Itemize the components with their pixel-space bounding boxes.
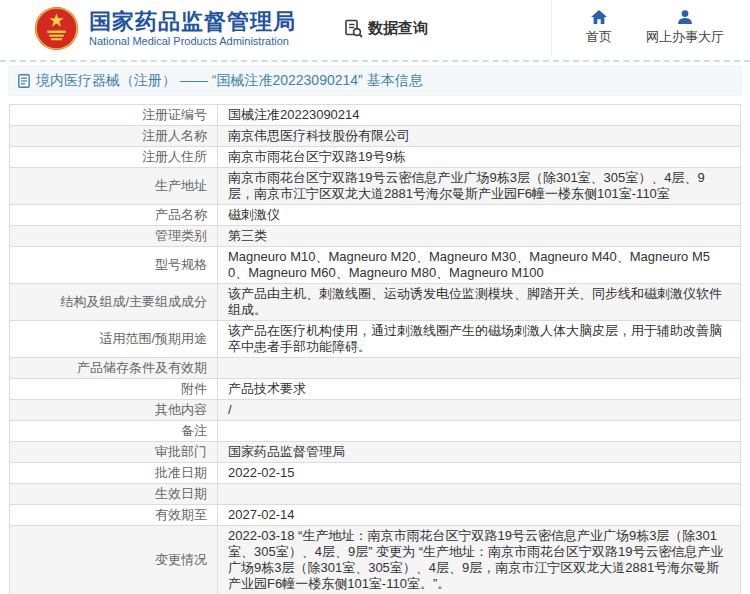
- row-value: 南京市雨花台区宁双路19号9栋: [218, 147, 741, 168]
- row-label: 注册人名称: [10, 126, 218, 147]
- row-label: 适用范围/预期用途: [10, 321, 218, 358]
- row-value: 2022-02-15: [218, 463, 741, 484]
- row-label-text: 附件: [181, 381, 207, 396]
- row-label-text: 注册人名称: [142, 128, 207, 143]
- row-label-text: 备注: [181, 423, 207, 438]
- home-icon: [591, 10, 607, 24]
- row-label-text: 变更情况: [155, 552, 207, 567]
- data-query-label: 数据查询: [368, 19, 428, 38]
- document-search-icon: [344, 19, 363, 38]
- row-label: 产品储存条件及有效期: [10, 358, 218, 379]
- table-row: 备注: [10, 421, 741, 442]
- page-title-bar: 境内医疗器械（注册） —— “国械注准20223090214” 基本信息: [8, 66, 742, 96]
- row-label: 结构及组成/主要组成成分: [10, 284, 218, 321]
- table-row: 生效日期: [10, 484, 741, 505]
- row-value: 磁刺激仪: [218, 205, 741, 226]
- page-header: 国家药品监督管理局 National Medical Products Admi…: [0, 0, 750, 56]
- row-label: 生产地址: [10, 168, 218, 205]
- table-row: 产品储存条件及有效期: [10, 358, 741, 379]
- row-label: 批准日期: [10, 463, 218, 484]
- top-right-nav: 首页 网上办事大厅: [551, 0, 750, 56]
- row-label: 型号规格: [10, 247, 218, 284]
- row-label-text: 管理类别: [155, 228, 207, 243]
- row-value: 2027-02-14: [218, 505, 741, 526]
- row-value: 该产品在医疗机构使用，通过刺激线圈产生的磁场刺激人体大脑皮层，用于辅助改善脑卒中…: [218, 321, 741, 358]
- table-row: 结构及组成/主要组成成分该产品由主机、刺激线圈、运动诱发电位监测模块、脚踏开关、…: [10, 284, 741, 321]
- row-label-text: 生效日期: [155, 486, 207, 501]
- table-row: 生产地址南京市雨花台区宁双路19号云密信息产业广场9栋3层（除301室、305室…: [10, 168, 741, 205]
- row-label-text: 产品名称: [155, 207, 207, 222]
- row-value: 该产品由主机、刺激线圈、运动诱发电位监测模块、脚踏开关、同步线和磁刺激仪软件组成…: [218, 284, 741, 321]
- table-row: 批准日期2022-02-15: [10, 463, 741, 484]
- nav-label-home: 首页: [586, 28, 612, 46]
- row-label: 附件: [10, 379, 218, 400]
- row-value: 产品技术要求: [218, 379, 741, 400]
- national-emblem-logo: [34, 6, 79, 51]
- data-query-menu[interactable]: 数据查询: [344, 19, 428, 38]
- nav-item-service-hall[interactable]: 网上办事大厅: [646, 10, 724, 46]
- row-label: 变更情况: [10, 526, 218, 594]
- brand-subtitle: National Medical Products Administration: [89, 35, 296, 48]
- table-row: 有效期至2027-02-14: [10, 505, 741, 526]
- row-label: 有效期至: [10, 505, 218, 526]
- table-row: 型号规格Magneuro M10、Magneuro M20、Magneuro M…: [10, 247, 741, 284]
- table-row: 适用范围/预期用途该产品在医疗机构使用，通过刺激线圈产生的磁场刺激人体大脑皮层，…: [10, 321, 741, 358]
- row-value: 国械注准20223090214: [218, 105, 741, 126]
- page-title: 境内医疗器械（注册） —— “国械注准20223090214” 基本信息: [36, 72, 423, 90]
- row-label: 注册证编号: [10, 105, 218, 126]
- row-label-text: 生产地址: [155, 178, 207, 193]
- row-value: 南京伟思医疗科技股份有限公司: [218, 126, 741, 147]
- row-value: 2022-03-18 “生产地址：南京市雨花台区宁双路19号云密信息产业广场9栋…: [218, 526, 741, 594]
- table-row: 注册人住所南京市雨花台区宁双路19号9栋: [10, 147, 741, 168]
- table-row: 附件产品技术要求: [10, 379, 741, 400]
- nav-item-home[interactable]: 首页: [586, 10, 612, 46]
- table-row: 其他内容/: [10, 400, 741, 421]
- row-label-text: 其他内容: [155, 402, 207, 417]
- person-icon: [678, 10, 692, 24]
- info-table-body: 注册证编号国械注准20223090214注册人名称南京伟思医疗科技股份有限公司注…: [10, 105, 741, 594]
- registration-info-table: 注册证编号国械注准20223090214注册人名称南京伟思医疗科技股份有限公司注…: [9, 104, 741, 594]
- row-label-text: 型号规格: [155, 257, 207, 272]
- dashed-separator: [0, 60, 750, 62]
- row-label-text: 审批部门: [155, 444, 207, 459]
- row-label: 备注: [10, 421, 218, 442]
- row-value: [218, 358, 741, 379]
- table-row: 产品名称磁刺激仪: [10, 205, 741, 226]
- table-row: 注册人名称南京伟思医疗科技股份有限公司: [10, 126, 741, 147]
- row-label-text: 注册人住所: [142, 149, 207, 164]
- brand-title: 国家药品监督管理局: [89, 9, 296, 35]
- table-row: 审批部门国家药品监督管理局: [10, 442, 741, 463]
- row-value: /: [218, 400, 741, 421]
- brand-block: 国家药品监督管理局 National Medical Products Admi…: [89, 9, 296, 48]
- row-label: 管理类别: [10, 226, 218, 247]
- row-value: 国家药品监督管理局: [218, 442, 741, 463]
- row-label-text: 有效期至: [155, 507, 207, 522]
- row-label-text: 产品储存条件及有效期: [77, 360, 207, 375]
- row-label: 注册人住所: [10, 147, 218, 168]
- row-label: 其他内容: [10, 400, 218, 421]
- row-value: Magneuro M10、Magneuro M20、Magneuro M30、M…: [218, 247, 741, 284]
- row-value: 第三类: [218, 226, 741, 247]
- row-label-text: 结构及组成/主要组成成分: [60, 294, 207, 309]
- row-label-text: 批准日期: [155, 465, 207, 480]
- document-icon: [18, 74, 30, 88]
- row-value: [218, 421, 741, 442]
- row-value: [218, 484, 741, 505]
- table-row: 注册证编号国械注准20223090214: [10, 105, 741, 126]
- nav-label-service-hall: 网上办事大厅: [646, 28, 724, 46]
- row-label-text: 注册证编号: [142, 107, 207, 122]
- row-value: 南京市雨花台区宁双路19号云密信息产业广场9栋3层（除301室、305室）、4层…: [218, 168, 741, 205]
- table-row: 变更情况2022-03-18 “生产地址：南京市雨花台区宁双路19号云密信息产业…: [10, 526, 741, 594]
- table-row: 管理类别第三类: [10, 226, 741, 247]
- row-label-text: 适用范围/预期用途: [99, 331, 207, 346]
- row-label: 生效日期: [10, 484, 218, 505]
- row-label: 产品名称: [10, 205, 218, 226]
- row-label: 审批部门: [10, 442, 218, 463]
